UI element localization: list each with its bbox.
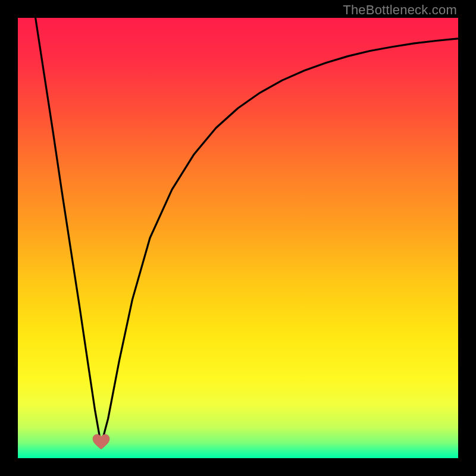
watermark-text: TheBottleneck.com <box>343 2 457 18</box>
bottleneck-curve <box>36 18 458 445</box>
plot-area <box>18 18 458 458</box>
chart-frame: TheBottleneck.com <box>0 0 476 476</box>
curve-layer <box>18 18 458 458</box>
